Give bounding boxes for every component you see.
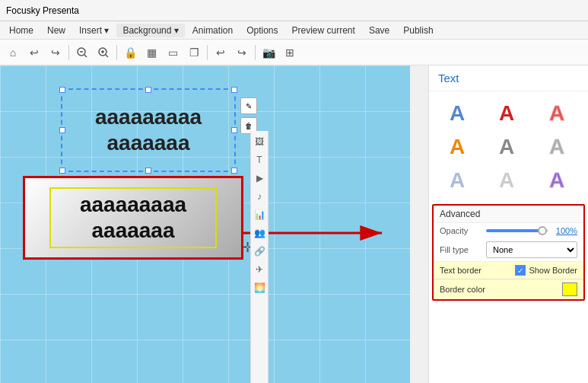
toolbar-grid[interactable]: ▦ — [141, 43, 161, 62]
svg-text:A: A — [450, 101, 465, 125]
toolbar-home[interactable]: ⌂ — [3, 43, 23, 62]
app-title: Focusky Presenta — [6, 5, 79, 16]
toolbar-zoom-out[interactable] — [72, 43, 92, 62]
toolbar-redo[interactable]: ↪ — [46, 43, 65, 62]
textbox2-text: aaaaaaaaa aaaaaaa — [80, 192, 186, 243]
svg-text:A: A — [549, 168, 564, 192]
sidebar-link-icon[interactable]: 🔗 — [252, 244, 267, 259]
show-border-checkbox[interactable]: ✓ — [515, 265, 526, 276]
opacity-track[interactable] — [486, 229, 548, 232]
svg-text:A: A — [499, 135, 514, 158]
menu-insert[interactable]: Insert ▾ — [73, 24, 115, 37]
toolbar-redo2[interactable]: ↪ — [232, 43, 252, 62]
text-style-grid: A A A A A A A A — [429, 91, 588, 201]
toolbar-sep4 — [255, 45, 256, 60]
handle-tm[interactable] — [145, 87, 151, 93]
sidebar-image-icon[interactable]: 🖼 — [252, 134, 267, 149]
sidebar-audio-icon[interactable]: ♪ — [252, 189, 267, 204]
textbox1[interactable]: aaaaaaaaa aaaaaaa ✎ 🗑 — [61, 88, 236, 172]
text-style-orange[interactable]: A — [435, 131, 482, 161]
svg-text:A: A — [549, 101, 564, 125]
toolbar-sep3 — [207, 45, 208, 60]
handle-lm[interactable] — [59, 127, 65, 133]
sidebar-people-icon[interactable]: 👥 — [252, 225, 267, 241]
opacity-slider[interactable] — [486, 229, 548, 232]
toolbar-copy[interactable]: ❐ — [184, 43, 204, 62]
border-color-swatch[interactable] — [562, 282, 577, 296]
text-style-blue-outline[interactable]: A — [435, 97, 482, 128]
fill-type-row: Fill type None Solid Gradient Image — [434, 238, 583, 261]
menu-save[interactable]: Save — [363, 24, 396, 37]
menu-new[interactable]: New — [41, 24, 72, 37]
svg-text:A: A — [450, 135, 465, 158]
toolbar-sep1 — [68, 45, 69, 60]
text-style-gray-outline[interactable]: A — [535, 131, 582, 161]
handle-tr[interactable] — [231, 87, 237, 93]
toolbar-camera[interactable]: 📷 — [259, 43, 278, 62]
svg-text:A: A — [549, 135, 564, 158]
border-color-label: Border color — [440, 285, 559, 294]
menu-background[interactable]: Background ▾ — [116, 24, 184, 37]
menu-animation[interactable]: Animation — [186, 24, 239, 37]
svg-text:A: A — [499, 101, 514, 125]
toolbar-undo[interactable]: ↩ — [24, 43, 44, 62]
icon-sidebar: 🖼 T ▶ ♪ 📊 👥 🔗 ✈ 🌅 — [250, 131, 269, 383]
sidebar-image2-icon[interactable]: 🌅 — [252, 280, 267, 295]
sidebar-chart-icon[interactable]: 📊 — [252, 207, 267, 222]
toolbar: ⌂ ↩ ↪ 🔒 ▦ ▭ ❐ ↩ ↪ 📷 ⊞ — [0, 40, 588, 65]
menu-options[interactable]: Options — [240, 24, 284, 37]
textbox2-inner: aaaaaaaaa aaaaaaa — [49, 187, 217, 248]
border-color-row: Border color — [434, 279, 583, 299]
sidebar-text-icon[interactable]: T — [252, 152, 267, 168]
opacity-thumb[interactable] — [538, 226, 547, 235]
handle-bl[interactable] — [59, 168, 65, 174]
advanced-panel: Advanced Opacity 100% Fill type None Sol… — [432, 204, 585, 301]
main-content: aaaaaaaaa aaaaaaa ✎ 🗑 aaaaaaaaa aaaaaaa … — [0, 65, 588, 383]
canvas-area[interactable]: aaaaaaaaa aaaaaaa ✎ 🗑 aaaaaaaaa aaaaaaa … — [0, 65, 410, 383]
textbox2[interactable]: aaaaaaaaa aaaaaaa — [23, 176, 243, 260]
toolbar-lock[interactable]: 🔒 — [120, 43, 140, 62]
toolbar-undo2[interactable]: ↩ — [211, 43, 230, 62]
text-style-gray[interactable]: A — [485, 131, 532, 161]
sidebar-video-icon[interactable]: ▶ — [252, 171, 267, 186]
text-style-purple[interactable]: A — [535, 164, 582, 195]
toolbar-zoom-in[interactable] — [94, 43, 113, 62]
handle-rm[interactable] — [231, 127, 237, 133]
menu-home[interactable]: Home — [3, 24, 40, 37]
text-style-red-outline[interactable]: A — [535, 97, 582, 128]
menu-bar: Home New Insert ▾ Background ▾ Animation… — [0, 21, 588, 40]
svg-text:A: A — [450, 168, 465, 192]
text-style-light-gray[interactable]: A — [485, 164, 532, 195]
svg-line-2 — [84, 55, 87, 57]
show-border-label: Show Border — [529, 266, 577, 275]
text-border-row: Text border ✓ Show Border — [434, 261, 583, 279]
svg-text:A: A — [499, 168, 514, 192]
text-style-light-blue[interactable]: A — [435, 164, 482, 195]
sidebar-plane-icon[interactable]: ✈ — [252, 262, 267, 277]
toolbar-sep2 — [116, 45, 117, 60]
menu-preview[interactable]: Preview current — [286, 24, 361, 37]
toolbar-frame[interactable]: ⊞ — [280, 43, 300, 62]
svg-line-6 — [106, 55, 108, 57]
handle-br[interactable] — [231, 168, 237, 174]
fill-type-select[interactable]: None Solid Gradient Image — [486, 241, 577, 258]
opacity-label: Opacity — [440, 226, 482, 235]
menu-publish[interactable]: Publish — [397, 24, 439, 37]
fill-type-label: Fill type — [440, 245, 482, 254]
textbox1-edit-icon[interactable]: ✎ — [240, 97, 257, 114]
toolbar-rect[interactable]: ▭ — [163, 43, 183, 62]
text-panel-title: Text — [429, 65, 588, 91]
title-bar: Focusky Presenta — [0, 0, 588, 21]
textbox1-text: aaaaaaaaa aaaaaaa — [95, 104, 202, 155]
opacity-row: Opacity 100% — [434, 223, 583, 238]
opacity-value[interactable]: 100% — [553, 226, 577, 235]
handle-tl[interactable] — [59, 87, 65, 93]
handle-bm[interactable] — [145, 168, 151, 174]
right-panel: Text A A A A A A A — [428, 65, 588, 383]
text-style-red-bold[interactable]: A — [485, 97, 532, 128]
text-border-label: Text border — [440, 266, 512, 275]
advanced-header: Advanced — [434, 206, 583, 223]
